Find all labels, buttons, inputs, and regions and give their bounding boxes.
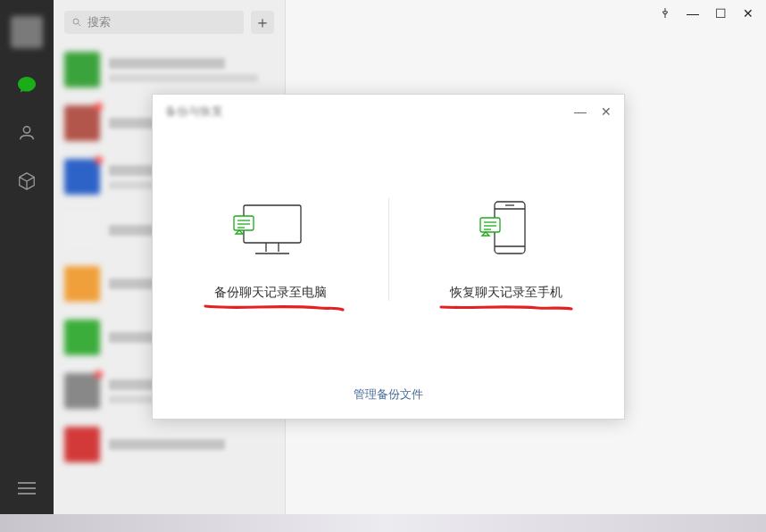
close-button[interactable]: ✕	[743, 6, 754, 21]
chat-title	[109, 58, 225, 69]
unread-badge	[95, 156, 103, 164]
left-rail	[0, 0, 54, 514]
window-controls: — ☐ ✕	[647, 0, 766, 27]
chat-title	[109, 439, 225, 450]
svg-line-1	[79, 24, 81, 27]
user-avatar[interactable]	[11, 16, 43, 48]
backup-label: 备份聊天记录至电脑	[214, 285, 327, 301]
minimize-button[interactable]: —	[687, 6, 699, 21]
dialog-title: 备份与恢复	[165, 104, 223, 120]
new-chat-button[interactable]: ＋	[251, 11, 274, 34]
search-placeholder: 搜索	[87, 14, 111, 30]
chat-item[interactable]	[54, 43, 285, 96]
chat-avatar	[64, 373, 100, 409]
search-input[interactable]: 搜索	[64, 11, 244, 34]
chat-item[interactable]	[54, 418, 285, 471]
chat-avatar	[64, 427, 100, 462]
chat-tab-icon[interactable]	[15, 73, 38, 96]
contacts-tab-icon[interactable]	[15, 121, 38, 145]
manage-backup-link[interactable]: 管理备份文件	[354, 387, 423, 403]
chat-avatar	[64, 159, 100, 195]
dialog-footer: 管理备份文件	[153, 370, 624, 419]
phone-icon	[466, 198, 546, 263]
dialog-minimize-button[interactable]: —	[574, 104, 587, 119]
chat-avatar	[64, 212, 100, 248]
dialog-body: 备份聊天记录至电脑 恢复聊天记录至手机	[153, 129, 624, 370]
dialog-close-button[interactable]: ✕	[601, 104, 612, 119]
unread-badge	[95, 103, 103, 111]
pin-button[interactable]	[660, 6, 670, 21]
annotation-underline	[204, 303, 337, 310]
search-icon	[71, 17, 82, 28]
search-row: 搜索 ＋	[54, 0, 285, 43]
computer-icon	[230, 198, 311, 263]
restore-to-phone-option[interactable]: 恢复聊天记录至手机	[389, 198, 625, 301]
menu-button[interactable]	[18, 482, 36, 495]
svg-point-0	[73, 19, 79, 24]
maximize-button[interactable]: ☐	[715, 6, 727, 21]
chat-avatar	[64, 105, 100, 141]
decorative-strip	[0, 514, 766, 532]
restore-label: 恢复聊天记录至手机	[450, 285, 562, 301]
dialog-titlebar: 备份与恢复 — ✕	[153, 95, 624, 129]
annotation-underline	[439, 303, 573, 310]
backup-to-computer-option[interactable]: 备份聊天记录至电脑	[153, 198, 389, 301]
chat-avatar	[64, 52, 100, 87]
chat-preview	[109, 74, 258, 82]
unread-badge	[95, 370, 103, 378]
chat-avatar	[64, 266, 100, 302]
backup-restore-dialog: 备份与恢复 — ✕ 备份聊天记录至电脑	[152, 94, 625, 420]
chat-avatar	[64, 320, 100, 355]
collect-tab-icon[interactable]	[15, 170, 38, 193]
